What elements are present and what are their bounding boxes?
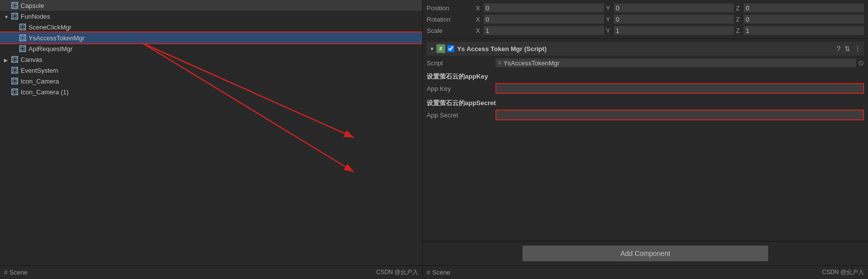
rotation-y-field: Y	[606, 15, 734, 24]
position-x-field: X	[476, 3, 604, 12]
position-x-input[interactable]	[484, 3, 604, 12]
script-hash-icon: #	[498, 60, 501, 66]
cube-icon-eventsystem	[11, 66, 19, 74]
component-header: ▼ # Ys Access Token Mgr (Script) ? ⇅ ⋮	[427, 42, 864, 56]
appsecret-field-label: App Secret	[427, 112, 495, 119]
script-value-text: YsAccessTokenMgr	[503, 59, 559, 67]
position-x-label: X	[476, 4, 482, 12]
help-icon[interactable]: ?	[837, 45, 840, 53]
more-options-icon[interactable]: ⋮	[854, 45, 861, 53]
bottom-hash-icon: #	[4, 269, 7, 276]
arrow-canvas	[4, 56, 10, 62]
hierarchy-item-funnodes[interactable]: FunNodes	[0, 11, 422, 22]
position-z-label: Z	[736, 4, 742, 12]
cube-icon-ysaccesstokenmgr	[19, 34, 27, 42]
hierarchy-item-capsule[interactable]: Capsule	[0, 0, 422, 11]
position-y-input[interactable]	[614, 3, 734, 12]
scale-row: Scale X Y Z	[427, 25, 864, 36]
rotation-y-label: Y	[606, 16, 612, 23]
component-header-icons: ? ⇅ ⋮	[837, 45, 861, 53]
hierarchy-item-ysaccesstokenmgr[interactable]: YsAccessTokenMgr	[0, 32, 422, 43]
rotation-label: Rotation	[427, 16, 476, 23]
position-row: Position X Y Z	[427, 2, 864, 13]
inspector-bottom-bar: # Scene CSDN @幺户入	[423, 265, 868, 279]
scale-z-label: Z	[736, 27, 742, 34]
hierarchy-list: Capsule FunNodes	[0, 0, 422, 97]
label-apirequestmgr: ApiRequestMgr	[29, 45, 73, 53]
svg-rect-47	[13, 80, 16, 83]
hierarchy-item-sceneclickmgr[interactable]: SceneClickMgr	[0, 22, 422, 32]
hierarchy-item-canvas[interactable]: Canvas	[0, 54, 422, 65]
inspector-content: Position X Y Z	[423, 0, 868, 279]
svg-rect-35	[13, 58, 16, 61]
label-funnodes: FunNodes	[21, 13, 50, 20]
component-enabled-checkbox[interactable]	[447, 45, 454, 52]
scale-z-input[interactable]	[744, 26, 864, 35]
label-sceneclickmgr: SceneClickMgr	[29, 24, 71, 31]
component-title: Ys Access Token Mgr (Script)	[457, 45, 837, 53]
cube-icon-apirequestmgr	[19, 45, 27, 53]
position-y-label: Y	[606, 4, 612, 12]
position-z-field: Z	[736, 3, 864, 12]
scale-x-input[interactable]	[484, 26, 604, 35]
appkey-group-label: 设置萤石云的appKey	[427, 71, 864, 82]
appsecret-input[interactable]	[495, 110, 864, 120]
rotation-z-label: Z	[736, 16, 742, 23]
cube-icon-sceneclickmgr	[19, 23, 27, 31]
scale-z-field: Z	[736, 26, 864, 35]
svg-rect-29	[21, 47, 24, 50]
scale-x-label: X	[476, 27, 482, 34]
add-component-button[interactable]: Add Component	[522, 246, 768, 261]
hash-icon: #	[436, 44, 445, 53]
hierarchy-item-icon-camera[interactable]: Icon_Camera	[0, 76, 422, 86]
scale-y-field: Y	[606, 26, 734, 35]
script-row: Script # YsAccessTokenMgr ⊙	[427, 57, 864, 68]
appsecret-group: 设置萤石云的appSecret App Secret	[427, 98, 864, 120]
position-y-field: Y	[606, 3, 734, 12]
svg-rect-53	[13, 90, 16, 93]
cube-icon-icon-camera	[11, 77, 19, 85]
appkey-group: 设置萤石云的appKey App Key	[427, 71, 864, 94]
label-icon-camera1: Icon_Camera (1)	[21, 88, 69, 96]
position-xyz-group: X Y Z	[476, 3, 864, 12]
rotation-z-field: Z	[736, 15, 864, 24]
arrow-funnodes	[4, 13, 10, 19]
hierarchy-item-eventsystem[interactable]: EventSystem	[0, 65, 422, 76]
cube-icon-funnodes	[11, 12, 19, 20]
component-expand-arrow[interactable]: ▼	[430, 46, 434, 52]
rotation-x-field: X	[476, 15, 604, 24]
hierarchy-item-icon-camera1[interactable]: Icon_Camera (1)	[0, 86, 422, 97]
label-ysaccesstokenmgr: YsAccessTokenMgr	[29, 34, 85, 42]
scale-y-input[interactable]	[614, 26, 734, 35]
rotation-z-input[interactable]	[744, 15, 864, 24]
svg-rect-23	[21, 36, 24, 39]
appkey-input[interactable]	[495, 83, 864, 94]
label-capsule: Capsule	[21, 2, 44, 9]
inspector-panel: Position X Y Z	[423, 0, 868, 279]
settings-icon[interactable]: ⇅	[844, 45, 850, 53]
appsecret-field-row: App Secret	[427, 110, 864, 120]
inspector-bottom-attribution: CSDN @幺户入	[822, 268, 864, 277]
cube-icon-icon-camera1	[11, 88, 19, 96]
script-target-icon[interactable]: ⊙	[858, 59, 864, 67]
component-section: ▼ # Ys Access Token Mgr (Script) ? ⇅ ⋮ S…	[423, 39, 868, 241]
appkey-field-label: App Key	[427, 85, 495, 92]
hierarchy-item-apirequestmgr[interactable]: ApiRequestMgr	[0, 43, 422, 54]
scale-label: Scale	[427, 27, 476, 34]
rotation-x-label: X	[476, 16, 482, 23]
add-component-section: Add Component	[423, 241, 868, 265]
scale-y-label: Y	[606, 27, 612, 34]
script-label: Script	[427, 59, 495, 67]
scale-xyz-group: X Y Z	[476, 26, 864, 35]
label-canvas: Canvas	[21, 56, 42, 63]
transform-section: Position X Y Z	[423, 0, 868, 39]
inspector-bottom-scene: Scene	[432, 269, 450, 276]
rotation-y-input[interactable]	[614, 15, 734, 24]
label-icon-camera: Icon_Camera	[21, 78, 59, 85]
svg-rect-17	[21, 26, 24, 28]
cube-icon-capsule	[11, 1, 19, 9]
svg-rect-5	[13, 4, 16, 7]
position-z-input[interactable]	[744, 3, 864, 12]
rotation-x-input[interactable]	[484, 15, 604, 24]
appkey-field-row: App Key	[427, 83, 864, 94]
